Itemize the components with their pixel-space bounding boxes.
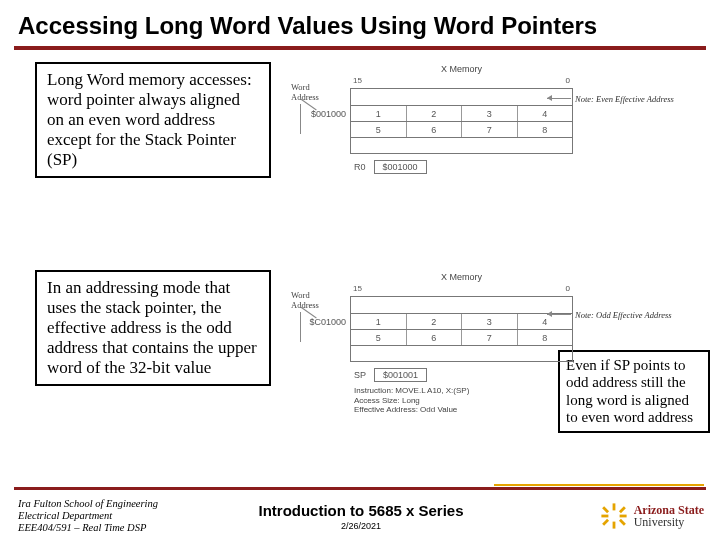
reg-value-2: $001001 (374, 368, 427, 382)
cell: 3 (462, 106, 518, 121)
addr-2: $C01000 (288, 314, 346, 330)
diagram-even-address: X Memory 15 0 $001000 1 2 3 4 (288, 64, 573, 174)
bit-high-1: 15 (350, 76, 462, 88)
bit-high-2: 15 (350, 284, 462, 296)
svg-rect-4 (602, 506, 609, 513)
footer-date: 2/26/2021 (232, 521, 489, 531)
cell: 1 (351, 106, 407, 121)
cell: 5 (351, 330, 407, 345)
cell: 3 (462, 314, 518, 329)
reg-name-2: SP (354, 370, 366, 380)
bit-low-2: 0 (462, 284, 574, 296)
footer-divider (14, 487, 706, 490)
svg-rect-7 (619, 519, 626, 526)
textbox-stack-pointer: In an addressing mode that uses the stac… (35, 270, 271, 386)
xmem-label-2: X Memory (350, 272, 573, 282)
note-odd-address: Note: Odd Effective Address (575, 310, 672, 320)
cell: 2 (407, 106, 463, 121)
footer-school: Ira Fulton School of Engineering (18, 498, 232, 510)
caption-eff-addr: Effective Address: Odd Value (354, 405, 573, 415)
caption-access-size: Access Size: Long (354, 396, 573, 406)
footer-title: Introduction to 5685 x Series (232, 502, 489, 519)
cell: 4 (518, 106, 573, 121)
cell: 4 (518, 314, 573, 329)
cell: 8 (518, 122, 573, 137)
svg-rect-6 (602, 519, 609, 526)
cell: 2 (407, 314, 463, 329)
note-even-address: Note: Even Effective Address (575, 94, 674, 104)
content-area: Long Word memory accesses: word pointer … (0, 50, 720, 66)
cell: 8 (518, 330, 573, 345)
asu-sunburst-icon (600, 502, 628, 530)
xmem-label-1: X Memory (350, 64, 573, 74)
textbox-memory-access: Long Word memory accesses: word pointer … (35, 62, 271, 178)
textbox-sp-note: Even if SP points to odd address still t… (558, 350, 710, 433)
cell: 6 (407, 330, 463, 345)
svg-rect-0 (612, 503, 615, 510)
svg-rect-1 (612, 522, 615, 529)
diagram-odd-address: X Memory 15 0 $C01000 1 2 3 4 (288, 272, 573, 415)
cell: 7 (462, 330, 518, 345)
svg-rect-3 (619, 515, 626, 518)
cell: 5 (351, 122, 407, 137)
footer-dept: Electrical Department (18, 510, 232, 522)
footer: Ira Fulton School of Engineering Electri… (0, 492, 720, 540)
svg-rect-2 (601, 515, 608, 518)
reg-name-1: R0 (354, 162, 366, 172)
reg-value-1: $001000 (374, 160, 427, 174)
footer-course: EEE404/591 – Real Time DSP (18, 522, 232, 534)
slide-title: Accessing Long Word Values Using Word Po… (0, 0, 720, 46)
accent-line (494, 484, 704, 486)
caption-instruction: Instruction: MOVE.L A10, X:(SP) (354, 386, 573, 396)
cell: 7 (462, 122, 518, 137)
cell: 1 (351, 314, 407, 329)
addr-1: $001000 (288, 106, 346, 122)
cell: 6 (407, 122, 463, 137)
bit-low-1: 0 (462, 76, 574, 88)
asu-name-2: University (634, 516, 704, 528)
svg-rect-5 (619, 506, 626, 513)
